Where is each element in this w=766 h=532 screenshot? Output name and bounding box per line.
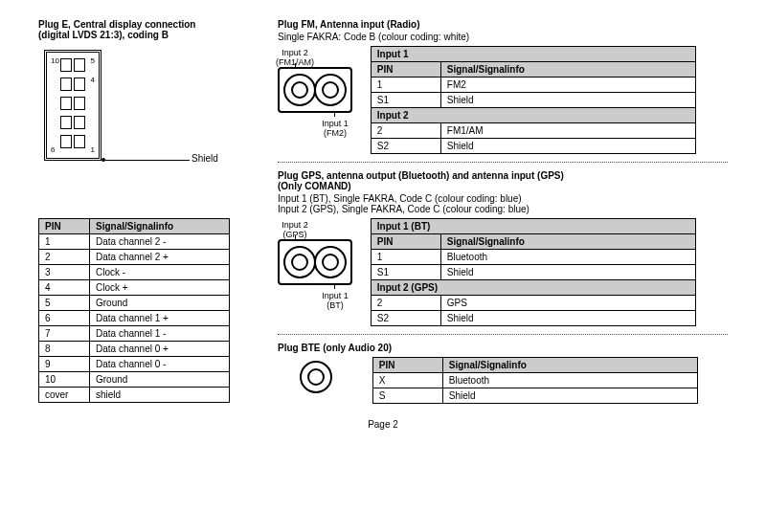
plug-fm-table: Input 1 PINSignal/Signalinfo 1FM2 S1Shie… xyxy=(371,46,696,154)
pin-num-1: 1 xyxy=(91,145,95,154)
plug-bte-diagram xyxy=(278,357,354,397)
pin-num-5: 5 xyxy=(91,56,95,65)
shield-label: Shield xyxy=(192,153,218,164)
plug-fm-section: Plug FM, Antenna input (Radio) Single FA… xyxy=(278,19,728,154)
gps-h-input1: Input 1 (BT) xyxy=(371,219,695,234)
plug-gps-diagram: Input 2 (GPS) Input 1 (BT) xyxy=(278,218,352,285)
plug-bte-title: Plug BTE (only Audio 20) xyxy=(278,343,728,353)
gps-bottom-label: Input 1 (BT) xyxy=(316,291,354,310)
th-sig: Signal/Signalinfo xyxy=(90,219,230,234)
shield-pointer-line xyxy=(105,160,190,161)
plug-fm-subtitle: Single FAKRA: Code B (colour coding: whi… xyxy=(278,32,728,42)
separator xyxy=(278,334,728,335)
plug-e-table: PINSignal/Signalinfo 1Data channel 2 - 2… xyxy=(38,218,230,403)
left-column: Plug E, Central display connection (digi… xyxy=(38,19,268,403)
th-pin: PIN xyxy=(39,219,90,234)
plug-e-title: Plug E, Central display connection (digi… xyxy=(38,19,268,40)
pin-num-4: 4 xyxy=(91,76,95,84)
pin-num-6: 6 xyxy=(51,145,55,154)
plug-gps-section: Plug GPS, antenna output (Bluetooth) and… xyxy=(278,170,728,326)
fm-h-input2: Input 2 xyxy=(371,108,695,123)
fm-bottom-label: Input 1 (FM2) xyxy=(316,119,354,138)
right-column: Plug FM, Antenna input (Radio) Single FA… xyxy=(278,19,728,410)
fm-h-input1: Input 1 xyxy=(371,47,695,62)
page-number: Page 2 xyxy=(38,419,728,430)
plug-bte-section: Plug BTE (only Audio 20) PINSignal/Signa… xyxy=(278,343,728,404)
plug-bte-table: PINSignal/Signalinfo XBluetooth SShield xyxy=(372,357,698,404)
plug-e-title-l2: (digital LVDS 21:3), coding B xyxy=(38,30,169,40)
pin-num-10: 10 xyxy=(51,56,59,65)
separator xyxy=(278,162,728,163)
plug-gps-sub1: Input 1 (BT), Single FAKRA, Code C (colo… xyxy=(278,193,728,204)
plug-gps-sub2: Input 2 (GPS), Single FAKRA, Code C (col… xyxy=(278,204,728,214)
plug-e-title-l1: Plug E, Central display connection xyxy=(38,19,195,30)
plug-fm-title: Plug FM, Antenna input (Radio) xyxy=(278,19,728,30)
plug-gps-table: Input 1 (BT) PINSignal/Signalinfo 1Bluet… xyxy=(371,218,696,326)
plug-e-diagram: 10 5 4 6 1 xyxy=(44,50,101,161)
plug-gps-title: Plug GPS, antenna output (Bluetooth) and… xyxy=(278,170,728,191)
gps-h-input2: Input 2 (GPS) xyxy=(371,280,695,296)
plug-fm-diagram: Input 2 (FM1/AM) Input 1 (FM2) xyxy=(278,46,352,113)
